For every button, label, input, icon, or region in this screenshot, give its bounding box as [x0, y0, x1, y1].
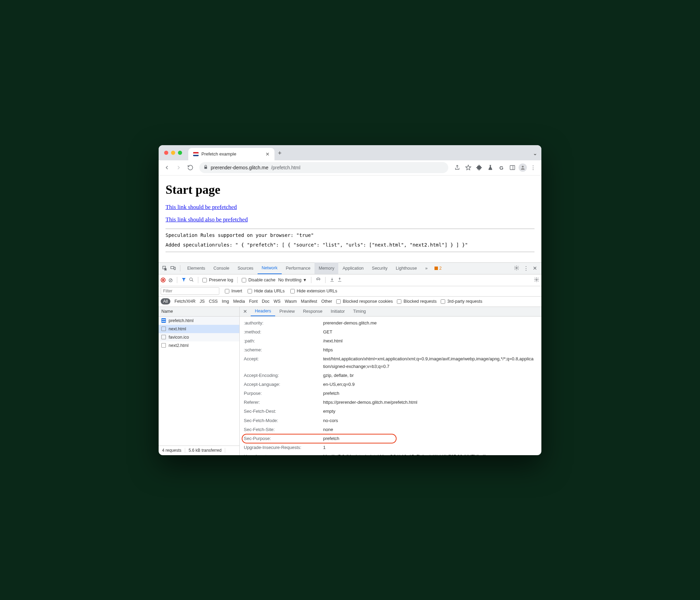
request-name: next2.html [169, 343, 189, 348]
search-icon[interactable] [189, 277, 194, 283]
extensions-icon[interactable] [474, 163, 484, 172]
reload-button[interactable] [186, 163, 195, 172]
browser-tab[interactable]: Prefetch example ✕ [188, 148, 274, 160]
tab-memory[interactable]: Memory [314, 262, 338, 274]
devtools-panel: Elements Console Sources Network Perform… [159, 262, 541, 455]
type-js[interactable]: JS [200, 299, 205, 304]
minimize-window-btn[interactable] [171, 151, 175, 155]
hide-data-urls-checkbox[interactable]: Hide data URLs [248, 289, 284, 293]
header-row: Purpose:prefetch [240, 389, 541, 398]
header-row: Sec-Fetch-Mode:no-cors [240, 416, 541, 425]
tab-elements[interactable]: Elements [183, 262, 209, 274]
address-bar[interactable]: prerender-demos.glitch.me/prefetch.html [199, 162, 448, 173]
tabs-overflow-icon[interactable]: » [421, 262, 432, 274]
toolbar: prerender-demos.glitch.me/prefetch.html … [159, 160, 541, 176]
type-ws[interactable]: WS [273, 299, 280, 304]
settings-gear-icon[interactable] [512, 265, 521, 272]
bookmark-star-icon[interactable] [463, 163, 473, 172]
blocked-requests-checkbox[interactable]: Blocked requests [397, 299, 437, 304]
forward-button[interactable] [174, 163, 183, 172]
prefetch-link-2[interactable]: This link should also be prefetched [166, 216, 534, 223]
hide-ext-urls-checkbox[interactable]: Hide extension URLs [290, 289, 337, 293]
side-panel-icon[interactable] [508, 163, 517, 172]
network-settings-icon[interactable] [534, 277, 539, 283]
detail-tab-preview[interactable]: Preview [275, 307, 299, 316]
header-row: Accept:text/html,application/xhtml+xml,a… [240, 354, 541, 371]
header-row: Accept-Language:en-US,en;q=0.9 [240, 380, 541, 389]
type-css[interactable]: CSS [209, 299, 218, 304]
header-value: en-US,en;q=0.9 [323, 381, 537, 388]
tab-console[interactable]: Console [209, 262, 233, 274]
close-window-btn[interactable] [164, 151, 168, 155]
header-key: Purpose: [244, 390, 323, 397]
tabs-dropdown-icon[interactable]: ⌄ [533, 150, 537, 157]
google-g-icon[interactable]: G [497, 163, 506, 172]
detail-tab-headers[interactable]: Headers [251, 307, 275, 316]
type-manifest[interactable]: Manifest [301, 299, 317, 304]
header-value: prefetch [323, 390, 537, 397]
import-har-icon[interactable] [330, 277, 334, 283]
type-img[interactable]: Img [222, 299, 229, 304]
detail-close-icon[interactable]: ✕ [240, 309, 251, 314]
type-other[interactable]: Other [321, 299, 332, 304]
device-toggle-icon[interactable] [169, 266, 177, 271]
type-doc[interactable]: Doc [262, 299, 269, 304]
invert-checkbox[interactable]: Invert [225, 289, 242, 293]
export-har-icon[interactable] [337, 277, 342, 283]
throttling-dropdown[interactable]: No throttling▼ [278, 278, 307, 282]
network-toolbar: ⊘ Preserve log Disable cache No throttli… [159, 274, 541, 286]
devtools-close-icon[interactable]: ✕ [531, 265, 539, 271]
type-wasm[interactable]: Wasm [285, 299, 297, 304]
filter-toggle-icon[interactable] [181, 277, 186, 283]
maximize-window-btn[interactable] [178, 151, 182, 155]
profile-avatar-icon[interactable] [519, 163, 527, 172]
type-media[interactable]: Media [233, 299, 245, 304]
detail-tab-response[interactable]: Response [299, 307, 327, 316]
clear-button[interactable]: ⊘ [168, 277, 173, 283]
prefetch-link-1[interactable]: This link should be prefetched [166, 204, 534, 211]
header-key: Accept-Language: [244, 381, 323, 388]
network-conditions-icon[interactable] [316, 277, 321, 283]
tab-application[interactable]: Application [338, 262, 368, 274]
type-fetch[interactable]: Fetch/XHR [174, 299, 196, 304]
labs-flask-icon[interactable] [486, 163, 495, 172]
back-button[interactable] [162, 163, 172, 172]
browser-window: Prefetch example ✕ + ⌄ prerender-demos.g… [159, 145, 541, 455]
share-icon[interactable] [452, 163, 462, 172]
header-key: Sec-Fetch-Dest: [244, 408, 323, 415]
detail-tab-timing[interactable]: Timing [349, 307, 370, 316]
file-icon [161, 343, 166, 348]
tab-security[interactable]: Security [368, 262, 392, 274]
filter-input[interactable] [161, 287, 219, 295]
tab-network[interactable]: Network [258, 262, 282, 274]
request-row[interactable]: next2.html [159, 341, 239, 350]
type-font[interactable]: Font [249, 299, 258, 304]
tab-close-icon[interactable]: ✕ [266, 151, 270, 157]
inspect-icon[interactable] [161, 266, 169, 271]
header-value: /next.html [323, 337, 537, 345]
tab-lighthouse[interactable]: Lighthouse [392, 262, 421, 274]
issues-badge[interactable]: 2 [432, 266, 444, 271]
tab-sources[interactable]: Sources [233, 262, 258, 274]
detail-tab-initiator[interactable]: Initiator [327, 307, 349, 316]
blocked-cookies-checkbox[interactable]: Blocked response cookies [336, 299, 393, 304]
header-value: https [323, 346, 537, 354]
svg-point-6 [516, 267, 517, 269]
type-all[interactable]: All [161, 298, 170, 304]
new-tab-button[interactable]: + [278, 150, 282, 157]
header-value: https://prerender-demos.glitch.me/prefet… [323, 399, 537, 406]
list-header[interactable]: Name [159, 307, 239, 317]
devtools-menu-icon[interactable]: ⋮ [521, 265, 531, 271]
request-row[interactable]: next.html [159, 325, 239, 333]
filter-row: Invert Hide data URLs Hide extension URL… [159, 286, 541, 297]
kebab-menu-icon[interactable]: ⋮ [528, 163, 538, 172]
header-value: prerender-demos.glitch.me [323, 319, 537, 327]
request-row[interactable]: favicon.ico [159, 333, 239, 341]
preserve-log-checkbox[interactable]: Preserve log [202, 278, 233, 282]
type-filter-row: All Fetch/XHR JS CSS Img Media Font Doc … [159, 297, 541, 307]
third-party-checkbox[interactable]: 3rd-party requests [441, 299, 482, 304]
request-row[interactable]: prefetch.html [159, 317, 239, 325]
record-button[interactable] [161, 278, 166, 282]
tab-performance[interactable]: Performance [282, 262, 315, 274]
disable-cache-checkbox[interactable]: Disable cache [242, 278, 276, 282]
